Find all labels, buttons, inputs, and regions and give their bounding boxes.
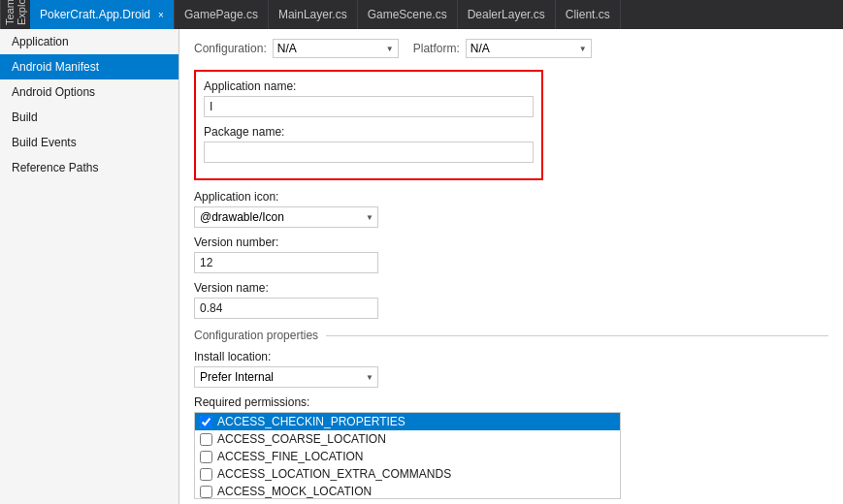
permission-checkbox-access_coarse_location[interactable] — [200, 433, 212, 446]
tab-label-gamepage: GamePage.cs — [184, 8, 258, 21]
tab-close-pokercraft[interactable]: × — [158, 10, 164, 20]
install-location-select[interactable]: Prefer Internal Auto Force External Forc… — [194, 366, 378, 388]
tab-pokercraft[interactable]: PokerCraft.App.Droid× — [30, 0, 175, 29]
config-group: Configuration: N/A — [194, 39, 399, 58]
platform-select-wrapper[interactable]: N/A — [466, 39, 592, 58]
platform-group: Platform: N/A — [413, 39, 592, 58]
configuration-label: Configuration: — [194, 42, 267, 55]
package-name-label: Package name: — [204, 125, 534, 139]
install-location-select-wrapper[interactable]: Prefer Internal Auto Force External Forc… — [194, 366, 378, 388]
tab-gamepage[interactable]: GamePage.cs — [175, 0, 269, 29]
config-row: Configuration: N/A Platform: N/A — [194, 39, 828, 58]
tab-gamescene[interactable]: GameScene.cs — [358, 0, 458, 29]
config-props-label: Configuration properties — [194, 329, 318, 342]
app-name-label: Application name: — [204, 79, 534, 93]
version-number-input[interactable] — [194, 252, 378, 273]
app-name-section: Application name: — [204, 79, 534, 117]
required-permissions-label: Required permissions: — [194, 395, 828, 409]
content-area: Configuration: N/A Platform: N/A App — [179, 29, 843, 504]
permission-label-access_location_extra_commands: ACCESS_LOCATION_EXTRA_COMMANDS — [217, 467, 451, 481]
package-name-section: Package name: — [204, 125, 534, 163]
tab-mainlayer[interactable]: MainLayer.cs — [269, 0, 358, 29]
permission-checkbox-access_location_extra_commands[interactable] — [200, 468, 212, 481]
app-icon-select[interactable]: @drawable/Icon @drawable/launcher_foregr… — [194, 206, 378, 228]
required-permissions-section: Required permissions: ACCESS_CHECKIN_PRO… — [194, 395, 828, 499]
sidebar-item-build[interactable]: Build — [0, 105, 178, 130]
permission-checkbox-access_mock_location[interactable] — [200, 486, 212, 498]
sidebar: ApplicationAndroid ManifestAndroid Optio… — [0, 29, 179, 504]
permission-item-access_location_extra_commands[interactable]: ACCESS_LOCATION_EXTRA_COMMANDS — [195, 465, 620, 483]
permission-item-access_fine_location[interactable]: ACCESS_FINE_LOCATION — [195, 448, 620, 465]
permission-item-access_coarse_location[interactable]: ACCESS_COARSE_LOCATION — [195, 430, 620, 448]
version-name-label: Version name: — [194, 281, 828, 295]
tab-label-pokercraft: PokerCraft.App.Droid — [40, 8, 150, 21]
version-number-label: Version number: — [194, 236, 828, 249]
package-name-input[interactable] — [204, 142, 534, 163]
permission-checkbox-access_checkin_properties[interactable] — [200, 416, 212, 428]
sidebar-item-android-manifest[interactable]: Android Manifest — [0, 54, 178, 79]
permission-label-access_fine_location: ACCESS_FINE_LOCATION — [217, 450, 363, 463]
platform-select[interactable]: N/A — [466, 39, 592, 58]
install-location-section: Install location: Prefer Internal Auto F… — [194, 350, 828, 388]
version-name-section: Version name: — [194, 281, 828, 319]
main-layout: ApplicationAndroid ManifestAndroid Optio… — [0, 29, 843, 504]
tab-label-client: Client.cs — [566, 8, 610, 21]
title-bar: Team Explorer PokerCraft.App.Droid×GameP… — [0, 0, 843, 29]
sidebar-item-build-events[interactable]: Build Events — [0, 130, 178, 155]
configuration-select-wrapper[interactable]: N/A — [273, 39, 399, 58]
tab-label-dealerlayer: DealerLayer.cs — [468, 8, 545, 21]
tab-client[interactable]: Client.cs — [556, 0, 621, 29]
permission-item-access_mock_location[interactable]: ACCESS_MOCK_LOCATION — [195, 483, 620, 499]
permission-checkbox-access_fine_location[interactable] — [200, 451, 212, 463]
app-icon-label: Application icon: — [194, 190, 828, 204]
sidebar-item-application[interactable]: Application — [0, 29, 178, 54]
tabs-bar: PokerCraft.App.Droid×GamePage.csMainLaye… — [30, 0, 843, 29]
configuration-select[interactable]: N/A — [273, 39, 399, 58]
platform-label: Platform: — [413, 42, 460, 55]
tab-label-mainlayer: MainLayer.cs — [278, 8, 347, 21]
required-fields-section: Application name: Package name: — [194, 70, 543, 180]
config-props-separator: Configuration properties — [194, 329, 828, 342]
app-name-input[interactable] — [204, 96, 534, 117]
app-icon-section: Application icon: @drawable/Icon @drawab… — [194, 190, 828, 228]
separator-line — [326, 335, 828, 336]
permission-label-access_coarse_location: ACCESS_COARSE_LOCATION — [217, 432, 386, 446]
permission-label-access_mock_location: ACCESS_MOCK_LOCATION — [217, 485, 372, 498]
permission-item-access_checkin_properties[interactable]: ACCESS_CHECKIN_PROPERTIES — [195, 413, 620, 430]
version-name-input[interactable] — [194, 298, 378, 319]
app-icon-select-wrapper[interactable]: @drawable/Icon @drawable/launcher_foregr… — [194, 206, 378, 228]
tab-label-gamescene: GameScene.cs — [368, 8, 447, 21]
install-location-label: Install location: — [194, 350, 828, 363]
team-explorer-label: Team Explorer — [0, 0, 30, 29]
version-number-section: Version number: — [194, 236, 828, 273]
sidebar-item-reference-paths[interactable]: Reference Paths — [0, 155, 178, 180]
permission-label-access_checkin_properties: ACCESS_CHECKIN_PROPERTIES — [217, 415, 405, 428]
sidebar-item-android-options[interactable]: Android Options — [0, 79, 178, 105]
tab-dealerlayer[interactable]: DealerLayer.cs — [458, 0, 556, 29]
permissions-list[interactable]: ACCESS_CHECKIN_PROPERTIESACCESS_COARSE_L… — [194, 412, 621, 499]
